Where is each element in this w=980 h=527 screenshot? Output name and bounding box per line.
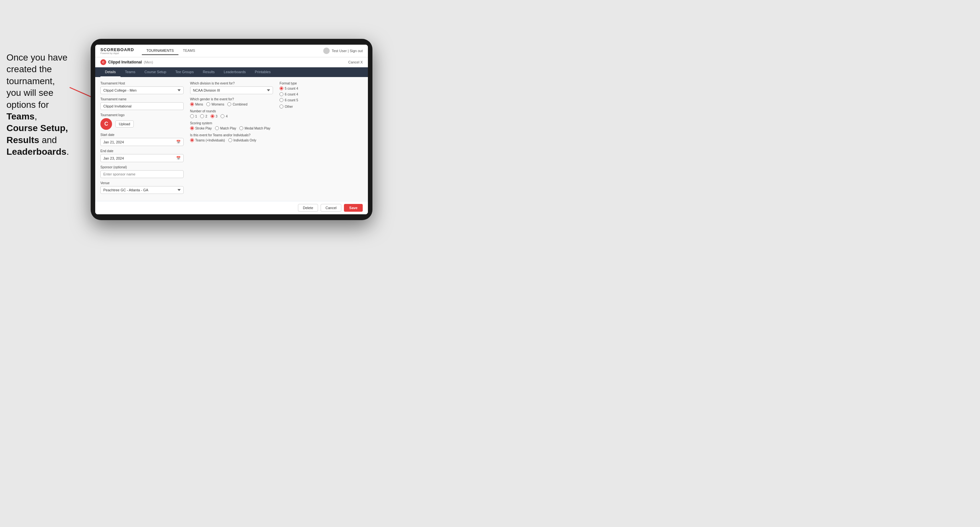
rounds-2[interactable]: 2 [200, 114, 207, 118]
tournament-bar: C Clippd Invitational (Men) Cancel X [95, 57, 368, 67]
gender-radio-group: Mens Womens Combined [190, 102, 273, 106]
rounds-3-radio[interactable] [210, 114, 215, 118]
sub-nav-tab-course-setup[interactable]: Course Setup [140, 67, 171, 77]
venue-select[interactable]: Peachtree GC - Atlanta - GA [100, 186, 184, 194]
cancel-button[interactable]: Cancel [321, 204, 341, 212]
scoring-radio-group: Stroke Play Match Play Medal Match Play [190, 126, 273, 130]
format-5count4[interactable]: 5 count 4 [280, 86, 363, 90]
num-rounds-radio-group: 1 2 3 4 [190, 114, 273, 118]
sponsor-label: Sponsor (optional) [100, 165, 184, 169]
format-6count4[interactable]: 6 count 4 [280, 92, 363, 96]
tournament-tag: (Men) [144, 60, 153, 64]
individuals-only[interactable]: Individuals Only [228, 138, 256, 142]
gender-group: Which gender is the event for? Mens Wome… [190, 97, 273, 106]
logo-upload-area: C Upload [100, 118, 184, 130]
calendar-icon-end: 📅 [176, 156, 181, 160]
user-sign-out[interactable]: Test User | Sign out [332, 49, 363, 53]
scoring-stroke-play-radio[interactable] [190, 126, 194, 130]
form-grid: Tournament Host Clippd College - Men Tou… [100, 82, 363, 194]
start-date-group: Start date Jan 21, 2024 📅 [100, 133, 184, 146]
format-other[interactable]: Other [280, 105, 363, 108]
delete-button[interactable]: Delete [298, 204, 318, 212]
teams-individuals-group: Is this event for Teams and/or Individua… [190, 133, 273, 142]
gender-mens-radio[interactable] [190, 102, 194, 106]
logo-preview: C [100, 118, 112, 130]
format-5count4-radio[interactable] [280, 86, 283, 90]
sub-nav-tab-printables[interactable]: Printables [250, 67, 275, 77]
tournament-name-input[interactable] [100, 102, 184, 110]
sub-nav-tab-leaderboards[interactable]: Leaderboards [219, 67, 250, 77]
scoring-system-group: Scoring system Stroke Play Match Play [190, 121, 273, 130]
end-date-input[interactable]: Jan 23, 2024 📅 [100, 154, 184, 162]
nav-tab-tournaments[interactable]: TOURNAMENTS [142, 47, 178, 55]
tablet-device: SCOREBOARD Powered by clippd TOURNAMENTS… [91, 39, 372, 220]
scoring-match-play[interactable]: Match Play [215, 126, 236, 130]
gender-mens[interactable]: Mens [190, 102, 203, 106]
format-other-radio[interactable] [280, 105, 283, 108]
teams-individuals-radio-group: Teams (+Individuals) Individuals Only [190, 138, 273, 142]
save-button[interactable]: Save [344, 204, 363, 212]
start-date-input[interactable]: Jan 21, 2024 📅 [100, 138, 184, 146]
tournament-logo-group: Tournament logo C Upload [100, 113, 184, 130]
teams-individuals-label: Is this event for Teams and/or Individua… [190, 133, 273, 137]
sub-nav-tab-details[interactable]: Details [100, 67, 121, 77]
sub-nav-tab-teams[interactable]: Teams [121, 67, 140, 77]
end-date-label: End date [100, 149, 184, 153]
rounds-3[interactable]: 3 [210, 114, 218, 118]
tournament-host-label: Tournament Host [100, 82, 184, 85]
tournament-name-group: Tournament name [100, 97, 184, 110]
rounds-1-radio[interactable] [190, 114, 194, 118]
format-type-group: Format type 5 count 4 6 count 4 [280, 82, 363, 108]
form-col-right: Format type 5 count 4 6 count 4 [280, 82, 363, 194]
individuals-only-radio[interactable] [228, 138, 232, 142]
tablet-screen: SCOREBOARD Powered by clippd TOURNAMENTS… [95, 44, 368, 214]
logo-area: SCOREBOARD Powered by clippd [100, 47, 134, 54]
form-col-middle: Which division is the event for? NCAA Di… [190, 82, 273, 194]
division-select[interactable]: NCAA Division III [190, 86, 273, 94]
rounds-4[interactable]: 4 [221, 114, 228, 118]
sponsor-group: Sponsor (optional) [100, 165, 184, 178]
gender-label: Which gender is the event for? [190, 97, 273, 101]
tournament-host-group: Tournament Host Clippd College - Men [100, 82, 184, 94]
end-date-group: End date Jan 23, 2024 📅 [100, 149, 184, 162]
tournament-title-area: C Clippd Invitational (Men) [100, 59, 153, 65]
gender-combined-radio[interactable] [228, 102, 231, 106]
sub-nav-tab-tee-groups[interactable]: Tee Groups [171, 67, 198, 77]
cancel-x-button[interactable]: Cancel X [348, 60, 363, 64]
teams-plus-individuals-radio[interactable] [190, 138, 194, 142]
scoring-medal-match-play-radio[interactable] [239, 126, 243, 130]
nav-tab-teams[interactable]: TEAMS [178, 47, 200, 55]
scoring-medal-match-play[interactable]: Medal Match Play [239, 126, 270, 130]
start-date-label: Start date [100, 133, 184, 137]
form-footer: Delete Cancel Save [95, 201, 368, 214]
gender-womens-radio[interactable] [206, 102, 210, 106]
scoring-match-play-radio[interactable] [215, 126, 219, 130]
division-group: Which division is the event for? NCAA Di… [190, 82, 273, 94]
format-6count5-radio[interactable] [280, 98, 283, 102]
form-col-left: Tournament Host Clippd College - Men Tou… [100, 82, 184, 194]
gender-combined[interactable]: Combined [228, 102, 247, 106]
user-area: Test User | Sign out [323, 48, 363, 54]
logo-title: SCOREBOARD [100, 47, 134, 52]
rounds-1[interactable]: 1 [190, 114, 197, 118]
rounds-2-radio[interactable] [200, 114, 204, 118]
rounds-4-radio[interactable] [221, 114, 224, 118]
scoring-system-label: Scoring system [190, 121, 273, 125]
sub-nav-tab-results[interactable]: Results [198, 67, 219, 77]
teams-plus-individuals[interactable]: Teams (+Individuals) [190, 138, 225, 142]
sponsor-input[interactable] [100, 170, 184, 178]
gender-womens[interactable]: Womens [206, 102, 224, 106]
venue-group: Venue Peachtree GC - Atlanta - GA [100, 181, 184, 194]
header-nav: TOURNAMENTS TEAMS [142, 47, 323, 55]
tournament-host-select[interactable]: Clippd College - Men [100, 86, 184, 94]
num-rounds-label: Number of rounds [190, 110, 273, 113]
sub-nav: DetailsTeamsCourse SetupTee GroupsResult… [95, 67, 368, 77]
format-type-options: 5 count 4 6 count 4 6 count 5 [280, 86, 363, 102]
format-6count5[interactable]: 6 count 5 [280, 98, 363, 102]
tournament-name-label: Clippd Invitational [108, 60, 142, 64]
main-content: Tournament Host Clippd College - Men Tou… [95, 77, 368, 201]
logo-subtitle: Powered by clippd [100, 52, 134, 54]
scoring-stroke-play[interactable]: Stroke Play [190, 126, 212, 130]
format-6count4-radio[interactable] [280, 92, 283, 96]
upload-button[interactable]: Upload [115, 121, 134, 127]
